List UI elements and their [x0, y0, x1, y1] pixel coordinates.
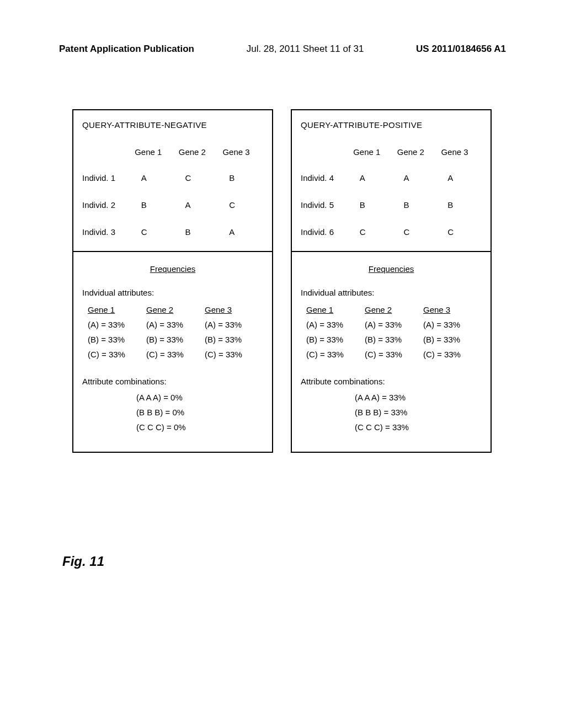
freq-value: (B) = 33% — [423, 335, 482, 344]
freq-value: (C) = 33% — [88, 350, 146, 359]
positive-freq-header-2: Gene 2 — [365, 305, 423, 314]
negative-row-1-label: Individ. 2 — [82, 200, 131, 210]
negative-row-2-label: Individ. 3 — [82, 227, 131, 237]
negative-gene-header-1: Gene 1 — [131, 147, 175, 157]
negative-freq-header-3: Gene 3 — [205, 305, 263, 314]
negative-gene-header-3: Gene 3 — [219, 147, 263, 157]
panels-container: QUERY-ATTRIBUTE-NEGATIVE Gene 1 Gene 2 G… — [72, 109, 492, 453]
positive-attribute-combinations-label: Attribute combinations: — [301, 377, 482, 386]
positive-comb-1: (B B B) = 33% — [355, 408, 482, 417]
positive-freq-col-3: Gene 3 (A) = 33% (B) = 33% (C) = 33% — [423, 305, 482, 365]
negative-freq-header-1: Gene 1 — [88, 305, 146, 314]
negative-panel-top: QUERY-ATTRIBUTE-NEGATIVE Gene 1 Gene 2 G… — [73, 110, 272, 252]
negative-comb-2: (C C C) = 0% — [136, 422, 263, 432]
negative-row-1-val-1: A — [175, 200, 220, 210]
negative-row-0-val-0: A — [131, 173, 175, 183]
negative-row-2-val-1: B — [175, 227, 220, 237]
negative-freq-col-3: Gene 3 (A) = 33% (B) = 33% (C) = 33% — [205, 305, 263, 365]
positive-row-2-val-1: C — [394, 227, 438, 237]
negative-freq-col-1: Gene 1 (A) = 33% (B) = 33% (C) = 33% — [88, 305, 146, 365]
freq-value: (B) = 33% — [205, 335, 263, 344]
negative-indiv-attributes-label: Indvidual attributes: — [82, 288, 263, 297]
positive-freq-title: Frequencies — [301, 264, 482, 274]
freq-value: (A) = 33% — [205, 320, 263, 329]
positive-row-1-val-2: B — [438, 200, 482, 210]
negative-freq-col-2: Gene 2 (A) = 33% (B) = 33% (C) = 33% — [146, 305, 205, 365]
negative-freq-title: Frequencies — [82, 264, 263, 274]
negative-title: QUERY-ATTRIBUTE-NEGATIVE — [82, 120, 263, 130]
freq-value: (A) = 33% — [146, 320, 205, 329]
freq-value: (C) = 33% — [365, 350, 423, 359]
freq-value: (C) = 33% — [423, 350, 482, 359]
negative-gene-header-row: Gene 1 Gene 2 Gene 3 — [82, 147, 263, 157]
positive-row-2-val-2: C — [438, 227, 482, 237]
negative-row-1-val-2: C — [219, 200, 263, 210]
table-row: Individ. 6 C C C — [301, 227, 482, 237]
positive-row-0-val-1: A — [394, 173, 438, 183]
freq-value: (C) = 33% — [205, 350, 263, 359]
positive-row-2-label: Individ. 6 — [301, 227, 350, 237]
positive-row-2-val-0: C — [350, 227, 394, 237]
negative-row-0-label: Individ. 1 — [82, 173, 131, 183]
freq-value: (C) = 33% — [306, 350, 365, 359]
table-row: Individ. 4 A A A — [301, 173, 482, 183]
negative-row-1-val-0: B — [131, 200, 175, 210]
positive-gene-header-row: Gene 1 Gene 2 Gene 3 — [301, 147, 482, 157]
positive-panel-bottom: Frequencies Individual attributes: Gene … — [292, 252, 491, 452]
negative-row-0-val-1: C — [175, 173, 220, 183]
table-row: Individ. 2 B A C — [82, 200, 263, 210]
positive-gene-header-3: Gene 3 — [438, 147, 482, 157]
table-row: Individ. 3 C B A — [82, 227, 263, 237]
table-row: Individ. 5 B B B — [301, 200, 482, 210]
positive-row-0-val-0: A — [350, 173, 394, 183]
negative-row-2-val-2: A — [219, 227, 263, 237]
negative-gene-header-2: Gene 2 — [175, 147, 220, 157]
positive-panel-top: QUERY-ATTRIBUTE-POSITIVE Gene 1 Gene 2 G… — [292, 110, 491, 252]
page-header: Patent Application Publication Jul. 28, … — [0, 44, 565, 55]
freq-value: (A) = 33% — [306, 320, 365, 329]
negative-comb-0: (A A A) = 0% — [136, 393, 263, 402]
table-row: Individ. 1 A C B — [82, 173, 263, 183]
positive-freq-columns: Gene 1 (A) = 33% (B) = 33% (C) = 33% Gen… — [306, 305, 482, 365]
positive-row-1-val-0: B — [350, 200, 394, 210]
figure-label: Fig. 11 — [62, 554, 104, 569]
positive-panel: QUERY-ATTRIBUTE-POSITIVE Gene 1 Gene 2 G… — [291, 109, 492, 453]
negative-attribute-combinations-label: Attribute combinations: — [82, 377, 263, 386]
positive-row-0-label: Individ. 4 — [301, 173, 350, 183]
negative-panel-bottom: Frequencies Indvidual attributes: Gene 1… — [73, 252, 272, 452]
freq-value: (A) = 33% — [88, 320, 146, 329]
positive-row-1-val-1: B — [394, 200, 438, 210]
positive-comb-0: (A A A) = 33% — [355, 393, 482, 402]
positive-indiv-attributes-label: Individual attributes: — [301, 288, 482, 297]
positive-freq-header-1: Gene 1 — [306, 305, 365, 314]
positive-gene-table: Gene 1 Gene 2 Gene 3 Individ. 4 A A A In… — [301, 147, 482, 237]
freq-value: (B) = 33% — [365, 335, 423, 344]
freq-value: (A) = 33% — [365, 320, 423, 329]
positive-freq-col-2: Gene 2 (A) = 33% (B) = 33% (C) = 33% — [365, 305, 423, 365]
negative-gene-table: Gene 1 Gene 2 Gene 3 Individ. 1 A C B In… — [82, 147, 263, 237]
positive-gene-header-1: Gene 1 — [350, 147, 394, 157]
negative-row-0-val-2: B — [219, 173, 263, 183]
positive-row-1-label: Individ. 5 — [301, 200, 350, 210]
freq-value: (B) = 33% — [306, 335, 365, 344]
freq-value: (C) = 33% — [146, 350, 205, 359]
positive-row-0-val-2: A — [438, 173, 482, 183]
positive-title: QUERY-ATTRIBUTE-POSITIVE — [301, 120, 482, 130]
negative-freq-columns: Gene 1 (A) = 33% (B) = 33% (C) = 33% Gen… — [88, 305, 263, 365]
negative-comb-1: (B B B) = 0% — [136, 408, 263, 417]
positive-freq-col-1: Gene 1 (A) = 33% (B) = 33% (C) = 33% — [306, 305, 365, 365]
freq-value: (B) = 33% — [146, 335, 205, 344]
negative-panel: QUERY-ATTRIBUTE-NEGATIVE Gene 1 Gene 2 G… — [72, 109, 273, 453]
negative-freq-header-2: Gene 2 — [146, 305, 205, 314]
positive-freq-header-3: Gene 3 — [423, 305, 482, 314]
positive-gene-header-2: Gene 2 — [394, 147, 438, 157]
freq-value: (B) = 33% — [88, 335, 146, 344]
header-date-sheet: Jul. 28, 2011 Sheet 11 of 31 — [247, 44, 364, 55]
header-patent-number: US 2011/0184656 A1 — [416, 44, 506, 55]
negative-row-2-val-0: C — [131, 227, 175, 237]
freq-value: (A) = 33% — [423, 320, 482, 329]
header-publication: Patent Application Publication — [59, 44, 194, 55]
positive-comb-2: (C C C) = 33% — [355, 422, 482, 432]
